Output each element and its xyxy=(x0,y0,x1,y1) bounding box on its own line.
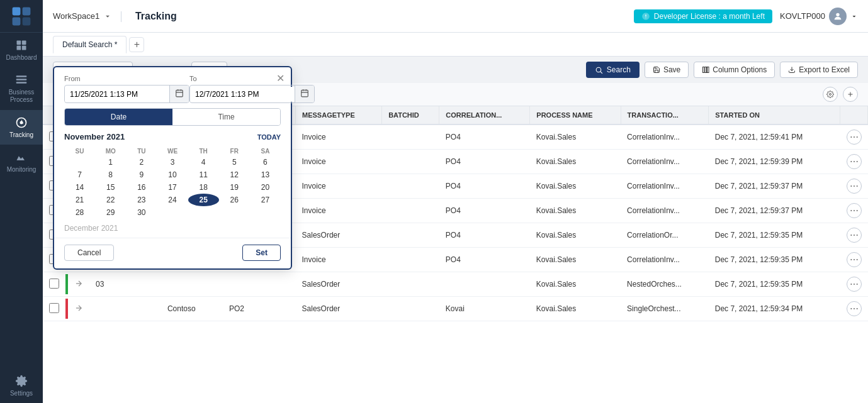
row-more-button[interactable]: ⋯ xyxy=(847,203,862,218)
calendar-day[interactable]: 27 xyxy=(250,194,281,206)
sidebar-item-monitoring[interactable]: Monitoring xyxy=(0,145,43,179)
calendar-day[interactable]: 13 xyxy=(250,168,281,181)
to-label: To xyxy=(189,75,315,82)
calendar-day[interactable]: 19 xyxy=(219,181,250,194)
row-batchid xyxy=(382,174,439,199)
row-startedon: Dec 7, 2021, 12:59:39 PM xyxy=(709,150,840,174)
popup-close-button[interactable]: ✕ xyxy=(276,74,285,84)
calendar-day[interactable]: 2 xyxy=(126,156,157,168)
sidebar-item-tracking[interactable]: Tracking xyxy=(0,110,43,145)
calendar-day[interactable]: 26 xyxy=(219,194,250,206)
svg-rect-10 xyxy=(16,82,27,84)
row-transaction: CorrelationInv... xyxy=(621,150,709,174)
search-button[interactable]: Search xyxy=(586,62,640,78)
row-messagetype: SalesOrder xyxy=(296,297,382,321)
row-checkbox[interactable] xyxy=(49,279,59,289)
calendar-day[interactable]: 24 xyxy=(157,194,188,206)
to-calendar-icon[interactable] xyxy=(295,86,314,102)
calendar-day[interactable]: 20 xyxy=(250,181,281,194)
export-label: Export to Excel xyxy=(799,65,850,74)
settings-result-icon xyxy=(826,91,834,98)
calendar-day[interactable]: 18 xyxy=(188,181,219,194)
sidebar-item-label: Business Process xyxy=(0,89,43,104)
sidebar-item-business-process[interactable]: Business Process xyxy=(0,67,43,110)
calendar-day[interactable]: 4 xyxy=(188,156,219,168)
set-button[interactable]: Set xyxy=(242,245,281,261)
calendar-day[interactable]: 1 xyxy=(95,156,126,168)
row-more-button[interactable]: ⋯ xyxy=(847,179,862,194)
row-checkbox-cell xyxy=(43,272,65,297)
add-result-button[interactable] xyxy=(843,87,858,102)
calendar-day[interactable]: 10 xyxy=(157,168,188,181)
calendar-day[interactable]: 6 xyxy=(250,156,281,168)
row-checkbox[interactable] xyxy=(49,303,59,313)
calendar-day[interactable]: 3 xyxy=(157,156,188,168)
row-startedon: Dec 7, 2021, 12:59:37 PM xyxy=(709,174,840,199)
calendar-day[interactable]: 23 xyxy=(126,194,157,206)
calendar-day[interactable]: 17 xyxy=(157,181,188,194)
cal-th-su: SU xyxy=(64,146,95,156)
save-label: Save xyxy=(663,65,680,74)
row-more-button[interactable]: ⋯ xyxy=(847,154,862,169)
row-more-button[interactable]: ⋯ xyxy=(847,277,862,292)
calendar-grid: SU MO TU WE TH FR SA 1234567891011121314… xyxy=(64,146,281,219)
cal-th-tu: TU xyxy=(126,146,157,156)
row-messagetype: SalesOrder xyxy=(296,223,382,248)
tab-label: Default Search * xyxy=(62,40,117,49)
row-transaction: CorrelationInv... xyxy=(621,248,709,272)
calendar-day[interactable]: 12 xyxy=(219,168,250,181)
calendar-day[interactable]: 25 xyxy=(188,194,219,206)
sidebar-item-settings[interactable]: Settings xyxy=(0,368,43,403)
date-tab-btn[interactable]: Date xyxy=(65,109,172,125)
calendar-day[interactable]: 15 xyxy=(95,181,126,194)
today-button[interactable]: TODAY xyxy=(257,133,281,141)
row-batchid xyxy=(382,272,439,297)
sidebar-item-dashboard[interactable]: Dashboard xyxy=(0,33,43,67)
row-more-button[interactable]: ⋯ xyxy=(847,130,862,145)
calendar-day[interactable]: 14 xyxy=(64,181,95,194)
add-tab-button[interactable]: + xyxy=(129,37,144,52)
calendar-day[interactable]: 7 xyxy=(64,168,95,181)
calendar-day[interactable]: 11 xyxy=(188,168,219,181)
save-button[interactable]: Save xyxy=(645,62,689,78)
export-button[interactable]: Export to Excel xyxy=(780,62,858,78)
user-info[interactable]: KOVLTP000 xyxy=(780,8,858,25)
row-more-button[interactable]: ⋯ xyxy=(847,301,862,316)
settings-result-button[interactable] xyxy=(823,87,838,102)
chevron-down-icon xyxy=(103,12,112,21)
december-title: December 2021 xyxy=(54,224,291,233)
calendar-day[interactable]: 28 xyxy=(64,206,95,219)
sidebar-item-label: Tracking xyxy=(9,131,33,138)
row-actions: ⋯ xyxy=(840,199,868,223)
svg-line-15 xyxy=(600,71,602,73)
time-tab-btn[interactable]: Time xyxy=(172,109,280,125)
dashboard-icon xyxy=(15,39,28,52)
calendar-day[interactable]: 5 xyxy=(219,156,250,168)
calendar-day[interactable]: 16 xyxy=(126,181,157,194)
tab-default-search[interactable]: Default Search * xyxy=(53,36,127,53)
row-processname: Kovai.Sales xyxy=(530,223,621,248)
calendar-day[interactable]: 22 xyxy=(95,194,126,206)
workspace-selector[interactable]: WorkSpace1 xyxy=(53,11,112,21)
calendar-day[interactable]: 8 xyxy=(95,168,126,181)
from-input[interactable] xyxy=(65,87,169,102)
row-startedon: Dec 7, 2021, 12:59:35 PM xyxy=(709,248,840,272)
th-batchid: BATCHID xyxy=(382,106,439,124)
calendar-day[interactable]: 21 xyxy=(64,194,95,206)
row-startedon: Dec 7, 2021, 12:59:37 PM xyxy=(709,199,840,223)
cancel-button[interactable]: Cancel xyxy=(64,245,114,261)
to-input[interactable] xyxy=(190,87,295,102)
from-calendar-icon[interactable] xyxy=(169,86,189,102)
column-options-button[interactable]: Column Options xyxy=(694,62,775,78)
calendar-day[interactable]: 9 xyxy=(126,168,157,181)
row-more-button[interactable]: ⋯ xyxy=(847,252,862,267)
calendar-day[interactable]: 30 xyxy=(126,206,157,219)
row-country xyxy=(161,272,223,297)
row-more-button[interactable]: ⋯ xyxy=(847,228,862,243)
calendar-day[interactable]: 29 xyxy=(95,206,126,219)
row-processname: Kovai.Sales xyxy=(530,297,621,321)
plus-icon xyxy=(847,91,854,98)
svg-rect-9 xyxy=(16,79,27,80)
calendar-empty-day xyxy=(64,156,95,168)
user-icon xyxy=(833,11,843,21)
